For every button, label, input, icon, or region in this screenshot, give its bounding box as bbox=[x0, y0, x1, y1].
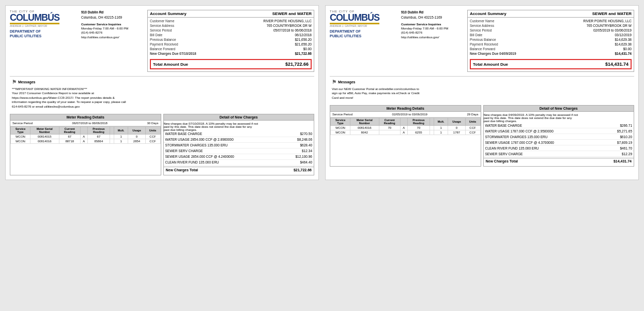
account-summary-title: Account Summary bbox=[470, 11, 507, 16]
charges-table-row: WATER USAGE 1787.000 CCF @ 2.9500000 $5,… bbox=[484, 128, 634, 134]
charges-table-row: CLEAN RIVER FUND 135.000 ERU $461.70 bbox=[484, 145, 634, 151]
messages-title: ⚑ Messages bbox=[332, 79, 632, 86]
col-mult: Mult. bbox=[114, 126, 128, 134]
summary-label: Service Address bbox=[150, 24, 174, 27]
cell-current: 88718 bbox=[59, 139, 80, 143]
meter-reading-section: Meter Reading Details Service Period 06/… bbox=[10, 114, 161, 175]
service-period-row: Service Period 06/07/2018 to 06/06/2018 … bbox=[10, 121, 161, 126]
account-summary-subtitle: SEWER and WATER bbox=[272, 11, 312, 16]
summary-row: Bill Date 03/12/2019 bbox=[470, 33, 632, 37]
charges-table-row: SEWER SERV CHARGE $12.34 bbox=[164, 148, 314, 154]
address-city: Columbus, OH 43215-1169 bbox=[401, 15, 463, 20]
col-previous-reading: PreviousReading bbox=[87, 126, 110, 134]
cell-flag2 bbox=[110, 134, 114, 139]
charge-value: $266.71 bbox=[604, 123, 634, 128]
charges-total-value: $21,722.66 bbox=[294, 168, 312, 172]
summary-label: Bill Date bbox=[150, 33, 162, 37]
columbus-logo: COLUMBÚS bbox=[10, 13, 77, 24]
charge-value: $628.40 bbox=[281, 142, 314, 148]
charges-table-row: WATER BASE CHARGE $266.71 bbox=[484, 123, 634, 128]
cs-phone: (614) 645-8276 bbox=[401, 31, 463, 35]
summary-row: Balance Forward $0.00 bbox=[470, 47, 632, 51]
col-service-type: ServiceType bbox=[331, 118, 350, 126]
meter-reading-section: Meter Reading Details Service Period 02/… bbox=[330, 105, 481, 167]
charges-total-row: New Charges Total $21,722.66 bbox=[164, 167, 314, 173]
doc-header: THE CITY OFCOLUMBÚSANDREW J. GINTHER, MA… bbox=[10, 10, 314, 72]
total-amount-due-label: Total Amount Due bbox=[153, 62, 188, 67]
summary-value: $14,629.38 bbox=[615, 42, 632, 46]
service-period-value: 02/05/2019 to 03/06/2019 bbox=[392, 113, 427, 116]
summary-table: Customer Name RIVER POINTE HOUSING, LLC … bbox=[468, 18, 634, 57]
summary-label: Bill Date bbox=[470, 33, 482, 37]
columbus-logo: COLUMBÚS bbox=[330, 13, 397, 24]
summary-value: 02/05/2019 to 03/06/2019 bbox=[593, 28, 632, 32]
charges-table-row: SEWER SERV CHARGE $12.29 bbox=[484, 151, 634, 157]
charges-table: WATER BASE CHARGE $266.71 WATER USAGE 17… bbox=[484, 123, 634, 157]
cell-mult: 1 bbox=[114, 134, 128, 139]
account-summary-header: Account Summary SEWER and WATER bbox=[468, 10, 634, 18]
summary-value: 06/12/2018 bbox=[295, 33, 312, 37]
service-period-label: Service Period bbox=[12, 122, 33, 125]
address-city: Columbus, OH 43215-1169 bbox=[81, 15, 143, 20]
charge-value: $270.50 bbox=[281, 131, 314, 137]
account-summary-header: Account Summary SEWER and WATER bbox=[148, 10, 314, 18]
empty-meter-rows bbox=[10, 144, 161, 175]
meter-table: ServiceType Meter SerialNumber CurrentRe… bbox=[10, 126, 161, 144]
charges-total-label: New Charges Total bbox=[166, 168, 198, 172]
col-meter-serial: Meter SerialNumber bbox=[30, 126, 59, 134]
new-charges-header: Detail of New Charges bbox=[164, 114, 314, 121]
address-street: 910 Dublin Rd bbox=[401, 10, 463, 15]
charges-table-row: SEWER USAGE 1787.000 CCF @ 4.3700000 $7,… bbox=[484, 140, 634, 145]
messages-text: Visit our NEW Customer Portal at onlineb… bbox=[332, 87, 632, 100]
meter-reading-header: Meter Reading Details bbox=[330, 106, 481, 112]
cs-hours: Monday-Friday 7:00 AM - 6:00 PM bbox=[401, 26, 463, 31]
summary-row: Service Address 765 COUNTRYBROOK DR W bbox=[470, 23, 632, 28]
charges-total-label: New Charges Total bbox=[486, 159, 518, 163]
meter-reading-header: Meter Reading Details bbox=[10, 114, 161, 121]
charge-label: CLEAN RIVER FUND 135.000 ERU bbox=[484, 145, 604, 151]
summary-label: Service Address bbox=[470, 24, 494, 27]
bill-document-0: THE CITY OFCOLUMBÚSANDREW J. GINTHER, MA… bbox=[5, 5, 319, 180]
summary-label: Customer Name bbox=[150, 19, 174, 23]
cell-flag1: A bbox=[400, 130, 407, 135]
cell-flag1: A bbox=[80, 134, 87, 139]
summary-row: Previous Balance $21,656.20 bbox=[150, 37, 312, 42]
summary-label: Service Period bbox=[470, 28, 492, 32]
summary-value: $21,656.20 bbox=[295, 42, 312, 46]
col-previous-reading: PreviousReading bbox=[407, 118, 430, 126]
customer-service: Customer Service Inquiries Monday-Friday… bbox=[81, 22, 143, 40]
cell-type: WCON bbox=[11, 134, 30, 139]
charge-value: $12.34 bbox=[281, 148, 314, 154]
notice-text: New charges due 04/09/2019. A 10% penalt… bbox=[484, 113, 634, 123]
cell-previous: 6255 bbox=[407, 130, 430, 135]
summary-value: $0.00 bbox=[623, 47, 632, 51]
col-current-reading: CurrentReading bbox=[59, 126, 80, 134]
summary-label: Balance Forward bbox=[470, 47, 495, 51]
cell-units: CCF bbox=[145, 139, 160, 143]
account-summary-box: Account Summary SEWER and WATER Customer… bbox=[147, 10, 314, 72]
summary-value: 765 COUNTRYBROOK DR W bbox=[587, 24, 632, 27]
cell-usage: 1787 bbox=[448, 130, 465, 135]
account-summary-box: Account Summary SEWER and WATER Customer… bbox=[467, 10, 634, 72]
summary-value: $14,431.74 bbox=[615, 52, 632, 55]
summary-row: Service Period 05/07/2018 to 06/06/2018 bbox=[150, 28, 312, 33]
summary-label: Customer Name bbox=[470, 19, 494, 23]
cs-hours: Monday-Friday 7:00 AM - 6:00 PM bbox=[81, 26, 143, 31]
cell-current bbox=[379, 130, 400, 135]
col-usage: Usage bbox=[448, 118, 465, 126]
charge-label: SEWER SERV CHARGE bbox=[484, 151, 604, 157]
notice-text: New charges due 07/10/2018. A 10% penalt… bbox=[164, 122, 314, 131]
cell-units: CCF bbox=[465, 130, 480, 135]
cs-title: Customer Service Inquiries bbox=[401, 22, 463, 26]
bottom-section: Meter Reading Details Service Period 06/… bbox=[10, 114, 314, 175]
flag-icon: ⚑ bbox=[332, 79, 336, 86]
messages-section: ⚑ MessagesVisit our NEW Customer Portal … bbox=[330, 76, 634, 102]
col-mult: Mult. bbox=[434, 118, 448, 126]
charge-label: STORMWATER CHARGES 135.000 ERU bbox=[484, 134, 604, 140]
charge-value: $12.29 bbox=[604, 151, 634, 157]
total-amount-due-label: Total Amount Due bbox=[473, 62, 508, 67]
meter-table-row: WCON 00814015 67 A 67 1 0 CCF bbox=[11, 134, 161, 139]
col-flag2 bbox=[110, 126, 114, 134]
messages-section: ⚑ Messages***IMPORTANT DRINKING WATER IN… bbox=[10, 76, 314, 111]
col-units: Units bbox=[465, 118, 480, 126]
